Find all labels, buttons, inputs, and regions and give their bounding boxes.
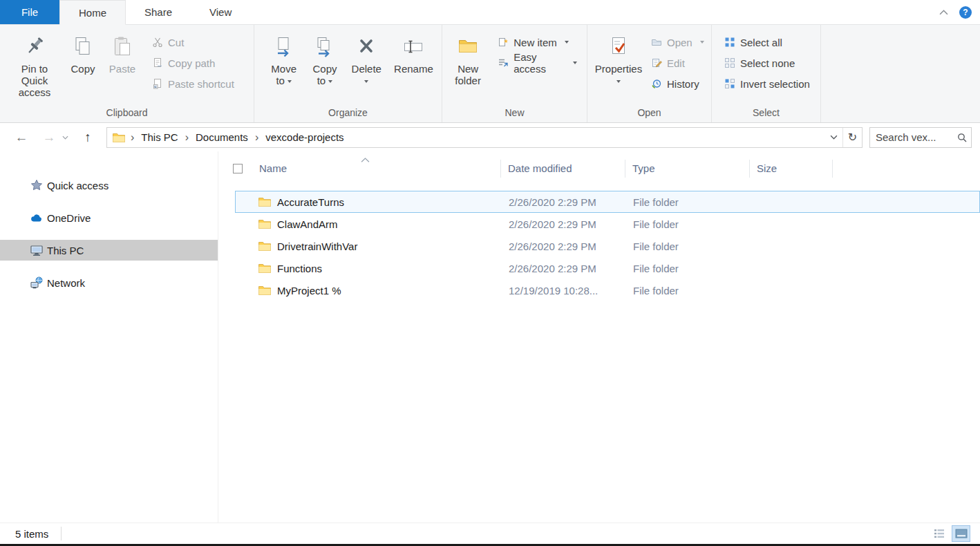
- column-header-row: Name Date modified Type Size: [218, 151, 980, 185]
- select-none-button[interactable]: Select none: [722, 53, 813, 73]
- recent-locations-chevron-icon[interactable]: [59, 135, 70, 140]
- tab-view[interactable]: View: [191, 0, 250, 24]
- file-name-cell: AccurateTurns: [236, 196, 502, 208]
- paste-button[interactable]: Paste: [102, 26, 142, 76]
- search-icon[interactable]: [957, 133, 967, 142]
- refresh-button[interactable]: ↻: [842, 128, 862, 147]
- open-dropdown-icon: [700, 41, 704, 44]
- sidebar-item-this-pc[interactable]: This PC: [0, 240, 218, 261]
- file-explorer-window: File Home Share View ? Pin to Quick acce…: [0, 0, 980, 546]
- easy-access-label: Easy access: [513, 51, 565, 75]
- column-divider[interactable]: [625, 160, 625, 178]
- tab-file[interactable]: File: [0, 0, 59, 24]
- back-button[interactable]: ←: [12, 131, 30, 144]
- new-small-buttons: New item Easy access: [488, 26, 583, 73]
- thumbnail-view-button[interactable]: [952, 525, 970, 542]
- new-folder-label-line1: New: [458, 63, 478, 75]
- ribbon-group-organize: Move to Copy to Delete: [254, 25, 442, 122]
- file-row[interactable]: ClawAndArm 2/26/2020 2:29 PM File folder: [235, 213, 980, 235]
- paste-label: Paste: [109, 63, 135, 75]
- copy-to-button[interactable]: Copy to: [306, 26, 343, 88]
- sidebar-item-quick-access[interactable]: Quick access: [0, 175, 218, 196]
- file-date-modified: 2/26/2020 2:29 PM: [502, 218, 626, 230]
- onedrive-label: OneDrive: [47, 212, 91, 224]
- file-list-pane: Name Date modified Type Size AccurateTur…: [218, 151, 980, 523]
- easy-access-button[interactable]: Easy access: [495, 53, 580, 73]
- details-view-button[interactable]: [930, 525, 948, 542]
- column-divider[interactable]: [500, 160, 501, 178]
- ribbon-group-clipboard: Pin to Quick access Copy Paste: [0, 25, 254, 122]
- pin-to-quick-access-button[interactable]: Pin to Quick access: [6, 26, 64, 100]
- folder-icon: [258, 241, 271, 251]
- forward-button[interactable]: →: [40, 131, 58, 144]
- clipboard-group-body: Pin to Quick access Copy Paste: [0, 25, 254, 106]
- column-header-name[interactable]: Name: [218, 162, 501, 174]
- file-row[interactable]: MyProject1 % 12/19/2019 10:28... File fo…: [235, 279, 980, 301]
- edit-button[interactable]: Edit: [648, 53, 707, 73]
- search-input[interactable]: [876, 131, 957, 143]
- rename-button[interactable]: Rename: [390, 26, 437, 76]
- column-divider[interactable]: [749, 160, 750, 178]
- move-to-button[interactable]: Move to: [265, 26, 302, 88]
- copy-path-icon: [152, 57, 163, 68]
- column-header-date-modified[interactable]: Date modified: [501, 162, 625, 174]
- breadcrumb-this-pc[interactable]: This PC: [140, 131, 179, 143]
- main-content: Quick access OneDrive This PC Network: [0, 151, 980, 523]
- new-item-icon: [498, 37, 509, 48]
- column-header-size[interactable]: Size: [750, 162, 830, 174]
- select-all-checkbox[interactable]: [233, 164, 243, 173]
- open-small-buttons: Open Edit History: [644, 26, 710, 94]
- move-to-icon: [272, 35, 296, 58]
- column-header-type[interactable]: Type: [625, 162, 750, 174]
- new-folder-button[interactable]: New folder: [448, 26, 488, 88]
- invert-selection-button[interactable]: Invert selection: [722, 73, 813, 94]
- sidebar-item-onedrive[interactable]: OneDrive: [0, 207, 218, 228]
- properties-label: Properties: [595, 63, 642, 75]
- select-all-icon: [724, 37, 735, 48]
- column-divider[interactable]: [832, 160, 833, 178]
- up-button[interactable]: ↑: [79, 131, 97, 144]
- file-row[interactable]: AccurateTurns 2/26/2020 2:29 PM File fol…: [235, 191, 980, 213]
- copy-button[interactable]: Copy: [64, 26, 102, 76]
- properties-icon: [607, 35, 630, 58]
- file-row[interactable]: Functions 2/26/2020 2:29 PM File folder: [235, 257, 980, 279]
- move-to-label-line2: to: [276, 75, 292, 86]
- open-button[interactable]: Open: [648, 32, 707, 53]
- tab-home[interactable]: Home: [59, 0, 126, 25]
- open-group-label: Open: [587, 106, 711, 122]
- folder-icon: [258, 197, 271, 207]
- address-dropdown-chevron-icon[interactable]: [824, 128, 842, 147]
- cut-button[interactable]: Cut: [149, 32, 237, 53]
- status-bar: 5 items: [0, 523, 980, 544]
- move-to-dropdown-icon: [288, 80, 292, 83]
- collapse-ribbon-icon[interactable]: [939, 10, 948, 15]
- ribbon-group-open: Properties Open Edi: [587, 25, 712, 122]
- file-date-modified: 2/26/2020 2:29 PM: [502, 263, 626, 274]
- file-name-cell: DrivetrainWithVar: [236, 241, 502, 252]
- ribbon-group-select: Select all Select none Invert selection: [712, 25, 821, 122]
- tab-share[interactable]: Share: [126, 0, 191, 24]
- sidebar-item-network[interactable]: Network: [0, 272, 218, 293]
- new-item-button[interactable]: New item: [495, 32, 580, 53]
- new-item-dropdown-icon: [565, 41, 569, 44]
- delete-button[interactable]: Delete: [348, 26, 386, 88]
- breadcrumb-vexcode-projects[interactable]: vexcode-projects: [264, 131, 345, 143]
- new-folder-icon: [456, 35, 480, 58]
- copy-to-label-line2: to: [317, 75, 333, 86]
- address-bar[interactable]: › This PC › Documents › vexcode-projects…: [106, 127, 863, 148]
- breadcrumb-documents[interactable]: Documents: [194, 131, 249, 143]
- file-row[interactable]: DrivetrainWithVar 2/26/2020 2:29 PM File…: [235, 235, 980, 257]
- select-all-button[interactable]: Select all: [722, 32, 813, 53]
- address-folder-icon: [113, 133, 125, 142]
- paste-shortcut-button[interactable]: Paste shortcut: [149, 73, 237, 94]
- invert-selection-label: Invert selection: [740, 78, 810, 90]
- rename-label: Rename: [394, 63, 433, 75]
- address-toolbar: ← → ↑ › This PC › Documents › vexcode-pr…: [0, 123, 980, 151]
- file-type: File folder: [626, 196, 751, 208]
- ribbon-empty-area: [821, 25, 980, 122]
- delete-label: Delete: [352, 63, 381, 75]
- help-icon[interactable]: ?: [959, 6, 972, 19]
- properties-button[interactable]: Properties: [593, 26, 644, 88]
- history-button[interactable]: History: [648, 73, 707, 94]
- copy-path-button[interactable]: Copy path: [149, 53, 237, 73]
